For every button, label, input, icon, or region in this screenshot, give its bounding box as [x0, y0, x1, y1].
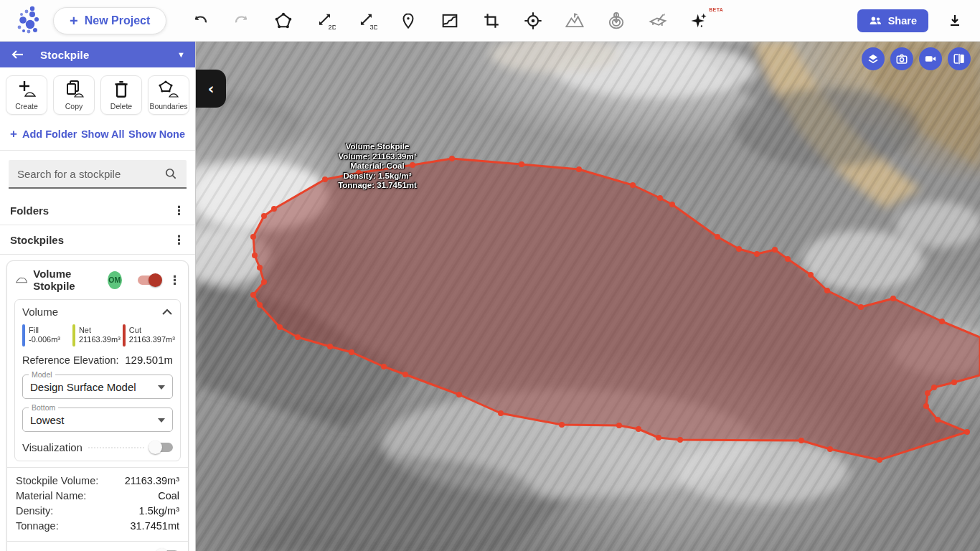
detail-row: Tonnage: 31.7451mt — [16, 518, 179, 533]
folder-links-row: + Add Folder Show All Show None — [0, 121, 195, 151]
chevron-up-icon[interactable] — [161, 309, 173, 316]
top-toolbar: + New Project — [0, 0, 980, 42]
back-button[interactable] — [10, 49, 24, 60]
download-icon — [946, 12, 963, 29]
stockpile-actions: Create Copy Delete — [0, 67, 195, 121]
stockpile-details: Stockpile Volume: 21163.39m³ Material Na… — [7, 467, 188, 537]
terrain-volume-button[interactable] — [562, 9, 587, 33]
new-project-label: New Project — [85, 14, 151, 27]
visualization-row: Visualization — [22, 441, 173, 453]
app-logo-icon[interactable] — [13, 4, 42, 37]
map-scene — [196, 42, 980, 551]
copy-icon — [63, 80, 85, 100]
stockpile-name: Volume Stokpile — [33, 268, 100, 292]
create-stockpile-button[interactable]: Create — [6, 75, 47, 115]
crop-button[interactable] — [479, 9, 504, 33]
boundaries-button[interactable]: Boundaries — [148, 75, 189, 115]
measure-2d-icon: 2D — [314, 10, 336, 32]
record-video-button[interactable] — [919, 47, 942, 70]
terrain-volume-icon — [564, 10, 585, 32]
redo-button[interactable] — [230, 9, 254, 33]
svg-text:3D: 3D — [370, 23, 377, 30]
compare-split-icon — [953, 52, 966, 65]
volume-panel: Volume Fill -0.006m³ — [14, 299, 181, 461]
mound-icon — [16, 275, 27, 285]
chevron-down-icon[interactable]: ▼ — [177, 50, 185, 59]
detail-row: Material Name: Coal — [16, 488, 179, 503]
copy-stockpile-button[interactable]: Copy — [53, 75, 95, 115]
compare-volume-row: Compare Volume — [7, 541, 188, 551]
plus-icon: + — [10, 127, 17, 141]
net-stat: Net 21163.39m³ — [72, 323, 123, 347]
redo-icon — [232, 11, 251, 30]
cut-stat: Cut 21163.397m³ — [123, 323, 173, 347]
stockpile-visibility-toggle[interactable] — [138, 276, 161, 285]
undo-button[interactable] — [188, 9, 212, 33]
model-select[interactable]: Model Design Surface Model — [22, 375, 173, 399]
screenshot-button[interactable] — [890, 47, 913, 70]
sidebar-collapse-button[interactable]: ‹ — [196, 70, 226, 108]
stockpiles-section-row[interactable]: Stockpiles ⋮ — [0, 225, 195, 255]
target-icon — [523, 11, 543, 31]
search-icon — [164, 166, 178, 181]
avatar[interactable]: OM — [108, 271, 122, 289]
topbar-right: Share — [857, 9, 967, 33]
crop-icon — [482, 11, 501, 30]
measure-3d-icon: 3D — [356, 10, 377, 32]
toolbar-icons: 2D 3D — [188, 9, 712, 33]
stockpile-menu-button[interactable]: ⋮ — [169, 274, 181, 286]
trash-icon — [112, 80, 131, 100]
visualization-toggle[interactable] — [150, 443, 173, 452]
stockpile-card-header: Volume Stokpile OM ⋮ — [7, 261, 188, 296]
show-all-button[interactable]: Show All — [81, 128, 125, 140]
download-button[interactable] — [943, 9, 967, 33]
stockpile-sidebar: Stockpile ▼ Create Copy — [0, 42, 196, 551]
search-box — [9, 160, 187, 189]
video-camera-icon — [924, 52, 937, 65]
delete-stockpile-button[interactable]: Delete — [100, 75, 142, 115]
layers-button[interactable] — [862, 47, 885, 70]
folders-menu-button[interactable]: ⋮ — [173, 204, 185, 217]
svg-text:2D: 2D — [329, 23, 336, 30]
reference-elevation-row: Reference Elevation: 129.501m — [22, 354, 173, 366]
map-view-buttons — [862, 47, 971, 70]
ai-sparkle-icon — [689, 10, 710, 32]
detail-row: Stockpile Volume: 21163.39m³ — [16, 473, 179, 488]
folders-section-row[interactable]: Folders ⋮ — [0, 196, 195, 225]
fill-bar — [22, 324, 25, 347]
cut-bar — [123, 324, 126, 347]
stockpiles-label: Stockpiles — [10, 234, 64, 246]
sidebar-title: Stockpile — [40, 49, 90, 61]
stockpiles-menu-button[interactable]: ⋮ — [173, 234, 185, 246]
surface-edit-button[interactable] — [646, 9, 670, 33]
arrow-left-icon — [10, 49, 24, 60]
net-bar — [72, 324, 75, 347]
search-input[interactable] — [17, 168, 164, 180]
bottom-select[interactable]: Bottom Lowest — [22, 408, 173, 432]
contours-icon — [606, 10, 627, 32]
map-3d-viewport[interactable]: Volume Stokpile Volume: 21163.39m³ Mater… — [196, 42, 980, 551]
volume-panel-title: Volume — [22, 306, 58, 318]
share-label: Share — [888, 15, 917, 27]
polygon-icon — [273, 11, 293, 31]
elevation-profile-button[interactable] — [438, 9, 462, 33]
measure-2d-button[interactable]: 2D — [313, 9, 337, 33]
contours-button[interactable] — [604, 9, 628, 33]
share-button[interactable]: Share — [857, 9, 928, 32]
plus-icon: + — [70, 16, 78, 26]
beta-badge: BETA — [709, 7, 723, 12]
measure-3d-button[interactable]: 3D — [354, 9, 379, 33]
add-folder-button[interactable]: + Add Folder — [10, 127, 77, 141]
create-icon — [16, 80, 37, 100]
camera-icon — [895, 52, 908, 65]
surface-edit-icon — [647, 10, 669, 32]
layers-icon — [867, 52, 880, 65]
compare-view-button[interactable] — [948, 47, 971, 70]
polygon-tool-button[interactable] — [271, 9, 296, 33]
location-pin-button[interactable] — [396, 9, 420, 33]
new-project-button[interactable]: + New Project — [53, 7, 166, 34]
target-button[interactable] — [521, 9, 545, 33]
show-none-button[interactable]: Show None — [128, 128, 185, 140]
ai-assist-button[interactable]: BETA — [687, 9, 712, 33]
elevation-profile-icon — [440, 11, 460, 31]
